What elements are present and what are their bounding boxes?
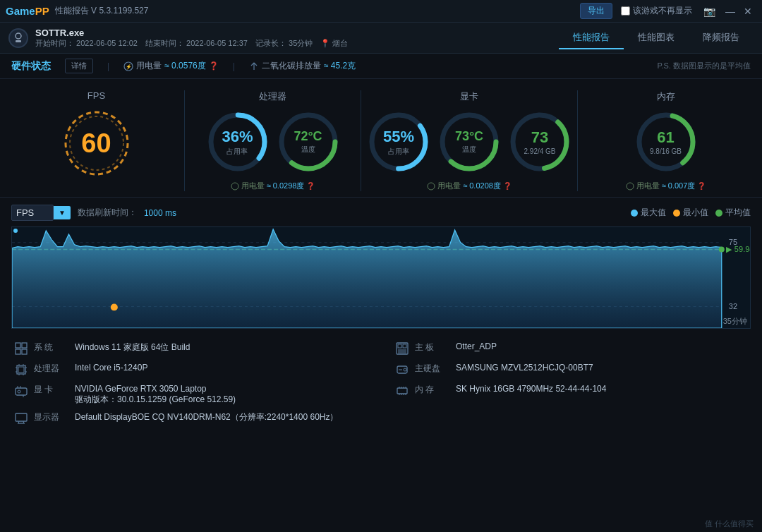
- logo-pp: PP: [35, 5, 49, 17]
- sysinfo-section: 系 统 Windows 11 家庭版 64位 Build 处理器 Intel C…: [0, 332, 762, 437]
- display-icon: [14, 412, 28, 427]
- svg-rect-33: [22, 343, 27, 348]
- svg-rect-56: [398, 344, 401, 348]
- fps-block: FPS 60: [14, 90, 179, 179]
- mobo-icon: [395, 342, 409, 357]
- sysinfo-hdd: 主硬盘 SAMSUNG MZVL2512HCJQ-00BT7: [395, 360, 748, 381]
- close-button[interactable]: ✕: [739, 6, 756, 17]
- svg-text:▶: ▶: [726, 246, 732, 254]
- cpu-temp-value: 72°C: [294, 129, 322, 144]
- hdd-value: SAMSUNG MZVL2512HCJQ-00BT7: [456, 363, 593, 373]
- cpu-category: 处理器: [34, 363, 69, 375]
- app-bar: SOTTR.exe 开始时间： 2022-06-05 12:02 结束时间： 2…: [0, 23, 762, 54]
- svg-rect-32: [16, 343, 20, 348]
- no-show-game-option: 该游戏不再显示: [621, 5, 692, 17]
- gpu-block: 显卡 55% 占用率 73°C: [367, 90, 572, 191]
- cpu-temp-gauge: 72°C 温度: [277, 110, 340, 174]
- os-category: 系 统: [34, 341, 69, 353]
- title-bar: GamePP 性能报告 V 5.3.1199.527 导出 该游戏不再显示 📷 …: [0, 0, 762, 23]
- watermark: 值 什么值得买: [705, 519, 754, 529]
- cpu-usage-inner: 36% 占用率: [222, 128, 253, 157]
- power-info-icon: ❓: [209, 61, 219, 71]
- svg-point-27: [719, 247, 725, 253]
- app-name: SOTTR.exe: [35, 28, 559, 38]
- legend-avg-dot: [715, 210, 722, 217]
- fps-selector[interactable]: FPS: [11, 205, 54, 221]
- hw-ps-note: P.S. 数据图显示的是平均值: [658, 61, 751, 71]
- ram-icon: [395, 385, 409, 399]
- gpu-mem-label: 2.92/4 GB: [524, 147, 555, 155]
- location-icon: 📍: [320, 39, 330, 47]
- hw-sep1: |: [107, 61, 109, 71]
- no-show-label-text: 该游戏不再显示: [633, 5, 692, 17]
- sysinfo-mobo: 主 板 Otter_ADP: [395, 339, 748, 360]
- sep3: [577, 90, 578, 191]
- svg-rect-35: [22, 349, 27, 354]
- refresh-label: 数据刷新时间：: [78, 207, 137, 219]
- cpu-power: 用电量 ≈ 0.0298度 ❓: [231, 181, 315, 191]
- chart-controls: FPS ▼ 数据刷新时间： 1000 ms 最大值 最小值 平均值: [11, 205, 751, 221]
- minimize-button[interactable]: —: [721, 6, 739, 17]
- ram-info-value: SK Hynix 16GB 4790MHz 52-44-44-104: [456, 384, 606, 394]
- ram-usage-label: 9.8/16 GB: [650, 147, 682, 155]
- duration: 35分钟: [289, 39, 313, 47]
- svg-text:59.94: 59.94: [734, 246, 750, 254]
- sysinfo-ram: 内 存 SK Hynix 16GB 4790MHz 52-44-44-104: [395, 381, 748, 402]
- fps-title: FPS: [87, 90, 105, 101]
- metrics-row: FPS 60 处理器 36% 占用率: [0, 79, 762, 198]
- gpu-power-val: ≈ 0.0208度: [463, 181, 501, 190]
- camera-icon[interactable]: 📷: [703, 6, 715, 17]
- refresh-value: 1000 ms: [144, 208, 176, 218]
- gpu-power: 用电量 ≈ 0.0208度 ❓: [427, 181, 512, 191]
- ram-block: 内存 61 9.8/16 GB 用电量 ≈ 0.007度 ❓: [583, 90, 748, 191]
- cpu-power-val: ≈ 0.0298度: [267, 181, 305, 190]
- cpu-icon: [14, 363, 28, 378]
- mobo-value: Otter_ADP: [456, 341, 497, 351]
- gpu-info-category: 显 卡: [34, 384, 69, 396]
- fps-selector-group: FPS ▼: [11, 205, 71, 221]
- svg-rect-46: [16, 388, 27, 395]
- gpu-info-icon: [14, 385, 28, 400]
- cpu-info-value: Intel Core i5-1240P: [75, 363, 147, 373]
- app-logo: GamePP: [6, 5, 49, 17]
- hw-status-bar: 硬件状态 详情 | ⚡ 用电量 ≈ 0.0576度 ❓ | 二氧化碳排放量 ≈ …: [0, 54, 762, 79]
- hw-detail-button[interactable]: 详情: [65, 59, 93, 73]
- location: 烟台: [332, 39, 348, 47]
- tab-throttle-report[interactable]: 降频报告: [689, 27, 754, 49]
- gpu-usage-inner: 55% 占用率: [383, 128, 414, 157]
- chart-svg: ▶ 75 32 59.94: [12, 227, 750, 328]
- gpu-power-info-icon: ❓: [503, 182, 512, 190]
- legend-min-dot: [673, 210, 680, 217]
- sep1: [184, 90, 185, 191]
- os-icon: [14, 342, 28, 357]
- mobo-category: 主 板: [415, 341, 450, 353]
- cpu-temp-inner: 72°C 温度: [294, 129, 322, 155]
- os-value: Windows 11 家庭版 64位 Build: [75, 341, 190, 353]
- fps-dropdown-button[interactable]: ▼: [54, 206, 71, 219]
- tab-performance-chart[interactable]: 性能图表: [624, 27, 689, 49]
- cpu-usage-value: 36%: [222, 128, 253, 146]
- svg-text:32: 32: [729, 302, 737, 310]
- ram-power-val: ≈ 0.007度: [662, 181, 696, 190]
- export-button[interactable]: 导出: [580, 3, 612, 19]
- gpu-temp-label: 温度: [455, 145, 483, 155]
- svg-point-47: [18, 390, 20, 393]
- logo-game: Game: [6, 5, 35, 17]
- sysinfo-right: 主 板 Otter_ADP 主硬盘 SAMSUNG MZVL2512HCJQ-0…: [395, 339, 748, 430]
- chart-container: ▶ 75 32 59.94 35分钟: [11, 226, 751, 329]
- legend-min: 最小值: [673, 207, 708, 219]
- no-show-checkbox[interactable]: [621, 6, 630, 16]
- gpu-usage-label: 占用率: [383, 147, 414, 157]
- tab-performance-report[interactable]: 性能报告: [559, 27, 624, 49]
- ram-power-info-icon: ❓: [697, 182, 706, 190]
- hw-carbon-stat: 二氧化碳排放量 ≈ 45.2克: [249, 60, 356, 72]
- display-category: 显示器: [34, 411, 69, 423]
- gpu-info-value: NVIDIA GeForce RTX 3050 Laptop 驱动版本：30.0…: [75, 384, 236, 406]
- app-icon: [8, 28, 28, 48]
- chart-section: FPS ▼ 数据刷新时间： 1000 ms 最大值 最小值 平均值: [0, 198, 762, 332]
- sysinfo-left: 系 统 Windows 11 家庭版 64位 Build 处理器 Intel C…: [14, 339, 367, 430]
- svg-rect-64: [397, 388, 407, 394]
- chart-x-label: 35分钟: [723, 316, 747, 327]
- app-info: SOTTR.exe 开始时间： 2022-06-05 12:02 结束时间： 2…: [35, 28, 559, 49]
- svg-point-17: [428, 183, 435, 190]
